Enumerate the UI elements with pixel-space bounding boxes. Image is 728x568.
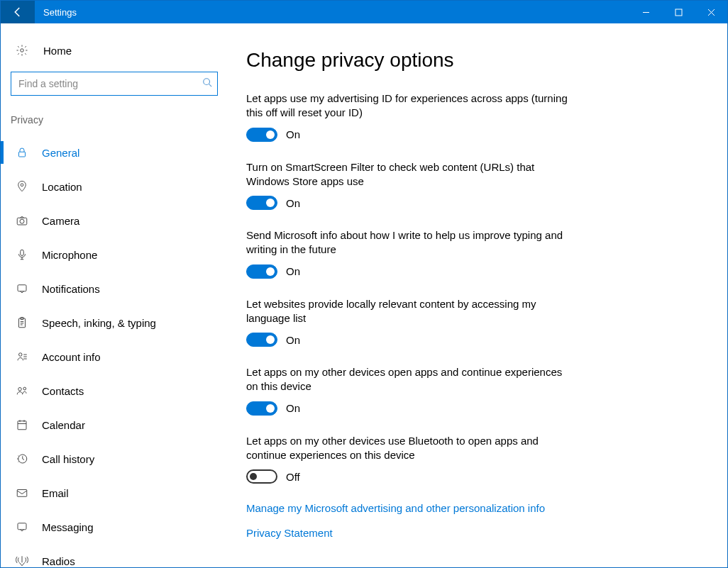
svg-point-4 bbox=[21, 184, 23, 186]
sidebar-item-general[interactable]: General bbox=[1, 135, 228, 169]
sidebar-item-label: Notifications bbox=[42, 283, 100, 295]
svg-rect-0 bbox=[675, 9, 682, 16]
setting-label: Turn on SmartScreen Filter to check web … bbox=[246, 160, 573, 189]
setting-label: Let websites provide locally relevant co… bbox=[246, 297, 573, 326]
sidebar-item-label: Call history bbox=[42, 453, 94, 465]
svg-rect-17 bbox=[18, 523, 26, 530]
sidebar-item-label: Microphone bbox=[42, 249, 97, 261]
svg-point-2 bbox=[204, 79, 210, 85]
sidebar-item-calendar[interactable]: Calendar bbox=[1, 408, 228, 442]
radios-icon bbox=[15, 554, 29, 567]
search-box bbox=[11, 72, 218, 96]
sidebar-item-location[interactable]: Location bbox=[1, 169, 228, 204]
sidebar-item-label: Calendar bbox=[42, 419, 85, 431]
svg-point-1 bbox=[21, 49, 24, 52]
sidebar: Home Privacy GeneralLocationCameraMicrop… bbox=[1, 23, 228, 567]
account-icon bbox=[15, 350, 29, 364]
setting-label: Send Microsoft info about how I write to… bbox=[246, 228, 573, 257]
settings-window: Settings Home bbox=[0, 0, 728, 568]
setting-item: Send Microsoft info about how I write to… bbox=[246, 228, 573, 279]
toggle-state: On bbox=[286, 128, 300, 140]
toggle-state: Off bbox=[286, 471, 300, 483]
maximize-button[interactable] bbox=[662, 1, 695, 23]
toggle-switch[interactable] bbox=[246, 264, 277, 279]
sidebar-item-camera[interactable]: Camera bbox=[1, 204, 228, 238]
home-label: Home bbox=[43, 45, 72, 57]
search-input[interactable] bbox=[11, 72, 218, 96]
toggle-switch[interactable] bbox=[246, 128, 277, 142]
sidebar-item-label: Messaging bbox=[42, 521, 94, 533]
sidebar-item-label: Speech, inking, & typing bbox=[42, 317, 156, 329]
sidebar-item-messaging[interactable]: Messaging bbox=[1, 510, 228, 544]
sidebar-item-label: Account info bbox=[42, 351, 101, 363]
minimize-button[interactable] bbox=[629, 1, 662, 23]
links: Manage my Microsoft advertising and othe… bbox=[246, 502, 706, 539]
main: Change privacy options Let apps use my a… bbox=[228, 23, 727, 567]
camera-icon bbox=[15, 213, 29, 228]
window-title: Settings bbox=[35, 1, 77, 23]
settings-list: Let apps use my advertising ID for exper… bbox=[246, 91, 706, 484]
sidebar-item-account-info[interactable]: Account info bbox=[1, 340, 228, 374]
svg-point-11 bbox=[19, 353, 23, 357]
svg-point-6 bbox=[20, 219, 24, 223]
sidebar-item-radios[interactable]: Radios bbox=[1, 544, 228, 567]
sidebar-item-notifications[interactable]: Notifications bbox=[1, 272, 228, 306]
setting-label: Let apps on my other devices open apps a… bbox=[246, 365, 573, 394]
toggle-state: On bbox=[286, 197, 300, 209]
toggle-switch[interactable] bbox=[246, 401, 277, 416]
sidebar-section-label: Privacy bbox=[1, 96, 228, 135]
sidebar-item-call-history[interactable]: Call history bbox=[1, 442, 228, 476]
sidebar-item-email[interactable]: Email bbox=[1, 476, 228, 510]
svg-rect-16 bbox=[17, 490, 27, 497]
toggle-switch[interactable] bbox=[246, 333, 277, 347]
setting-item: Let websites provide locally relevant co… bbox=[246, 297, 573, 347]
toggle-switch[interactable] bbox=[246, 469, 277, 484]
close-button[interactable] bbox=[695, 1, 727, 23]
home-button[interactable]: Home bbox=[1, 36, 228, 65]
sidebar-item-label: General bbox=[42, 147, 79, 159]
svg-rect-8 bbox=[18, 285, 26, 291]
sidebar-item-label: Radios bbox=[42, 555, 75, 567]
notifications-icon bbox=[15, 282, 29, 296]
sidebar-item-microphone[interactable]: Microphone bbox=[1, 238, 228, 272]
contacts-icon bbox=[15, 384, 29, 398]
svg-rect-7 bbox=[21, 250, 24, 255]
setting-label: Let apps use my advertising ID for exper… bbox=[246, 91, 573, 121]
link[interactable]: Privacy Statement bbox=[246, 527, 706, 539]
setting-item: Let apps use my advertising ID for exper… bbox=[246, 91, 573, 142]
clipboard-icon bbox=[15, 316, 29, 330]
email-icon bbox=[15, 486, 29, 500]
setting-item: Let apps on my other devices use Bluetoo… bbox=[246, 434, 573, 484]
search-icon bbox=[202, 77, 212, 90]
toggle-switch[interactable] bbox=[246, 196, 277, 210]
svg-rect-14 bbox=[18, 421, 26, 430]
toggle-state: On bbox=[286, 334, 300, 346]
setting-label: Let apps on my other devices use Bluetoo… bbox=[246, 434, 573, 463]
sidebar-item-label: Email bbox=[42, 487, 69, 499]
setting-item: Let apps on my other devices open apps a… bbox=[246, 365, 573, 416]
toggle-state: On bbox=[286, 265, 300, 277]
sidebar-item-label: Camera bbox=[42, 215, 79, 227]
location-icon bbox=[15, 179, 29, 194]
microphone-icon bbox=[15, 247, 29, 262]
svg-point-12 bbox=[18, 388, 22, 391]
setting-item: Turn on SmartScreen Filter to check web … bbox=[246, 160, 573, 211]
back-button[interactable] bbox=[1, 1, 35, 23]
svg-rect-3 bbox=[19, 152, 26, 157]
svg-point-13 bbox=[23, 387, 26, 390]
sidebar-item-label: Location bbox=[42, 181, 82, 193]
sidebar-item-speech[interactable]: Speech, inking, & typing bbox=[1, 306, 228, 340]
sidebar-item-contacts[interactable]: Contacts bbox=[1, 374, 228, 408]
lock-icon bbox=[15, 145, 29, 160]
calendar-icon bbox=[15, 418, 29, 432]
messaging-icon bbox=[15, 520, 29, 534]
history-icon bbox=[15, 452, 29, 466]
nav: GeneralLocationCameraMicrophoneNotificat… bbox=[1, 135, 228, 567]
sidebar-item-label: Contacts bbox=[42, 385, 84, 397]
titlebar: Settings bbox=[1, 1, 727, 23]
link[interactable]: Manage my Microsoft advertising and othe… bbox=[246, 502, 706, 514]
page-title: Change privacy options bbox=[246, 49, 706, 72]
gear-icon bbox=[15, 43, 29, 57]
toggle-state: On bbox=[286, 402, 300, 414]
